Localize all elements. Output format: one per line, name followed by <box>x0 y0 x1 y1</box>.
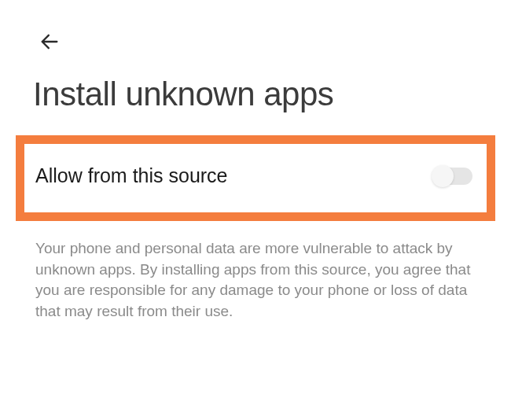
header-bar <box>0 0 511 53</box>
back-arrow-icon <box>39 31 61 53</box>
setting-label: Allow from this source <box>35 164 228 187</box>
toggle-knob <box>432 165 454 187</box>
back-button[interactable] <box>38 30 61 53</box>
allow-from-source-row[interactable]: Allow from this source <box>16 135 495 221</box>
page-title: Install unknown apps <box>0 53 511 113</box>
warning-description: Your phone and personal data are more vu… <box>0 221 511 322</box>
allow-toggle[interactable] <box>433 168 472 185</box>
